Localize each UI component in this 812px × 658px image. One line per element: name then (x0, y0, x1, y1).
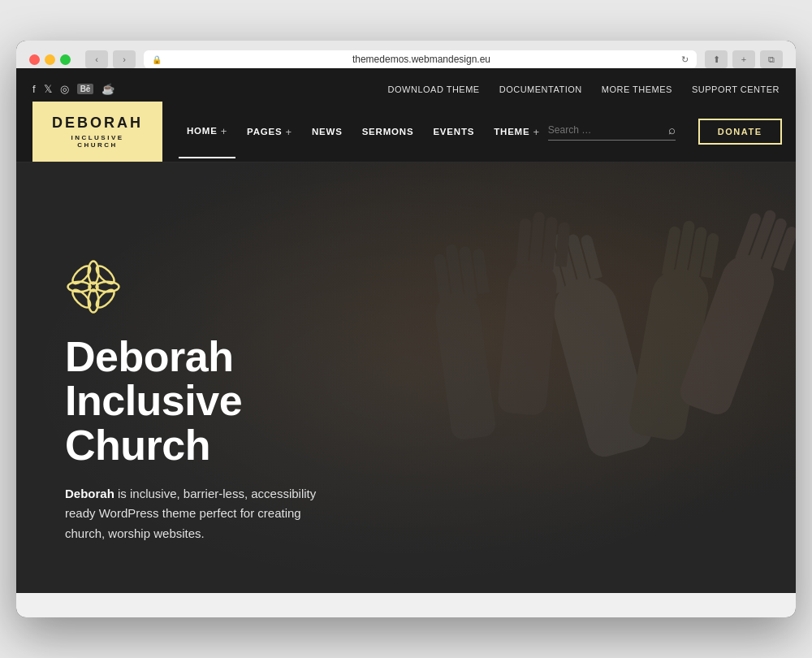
nav-news[interactable]: NEWS (304, 107, 351, 156)
new-tab-button[interactable]: + (732, 50, 755, 68)
download-theme-link[interactable]: DOWNLOAD THEME (388, 84, 480, 94)
coffee-icon[interactable]: ☕ (102, 83, 114, 95)
browser-bottom (16, 593, 796, 617)
nav-home-plus: + (221, 125, 227, 137)
twitter-icon[interactable]: 𝕏 (44, 83, 52, 95)
browser-titlebar: ‹ › 🔒 themedemos.webmandesign.eu ↻ ⬆ + ⧉ (29, 50, 783, 68)
nav-links: HOME + PAGES + NEWS SERMONS EVENTS THEME… (179, 106, 548, 158)
nav-events[interactable]: EVENTS (425, 107, 482, 156)
close-button[interactable] (29, 54, 40, 65)
top-bar: f 𝕏 ◎ Bē ☕ DOWNLOAD THEME DOCUMENTATION … (16, 76, 796, 102)
nav-home[interactable]: HOME + (179, 106, 235, 158)
hero-description: Deborah is inclusive, barrier-less, acce… (65, 484, 341, 544)
hero-title: Deborah Inclusive Church (65, 335, 341, 468)
nav-search: ⌕ DONATE (548, 119, 782, 145)
support-center-link[interactable]: SUPPORT CENTER (692, 84, 780, 94)
nav-pages-plus: + (286, 126, 292, 138)
flower-svg (65, 258, 122, 315)
hero-content: Deborah Inclusive Church Deborah is incl… (16, 258, 390, 593)
address-bar[interactable]: 🔒 themedemos.webmandesign.eu ↻ (144, 50, 697, 68)
search-input[interactable] (548, 124, 662, 136)
url-text: themedemos.webmandesign.eu (166, 54, 676, 65)
social-icons: f 𝕏 ◎ Bē ☕ (32, 83, 114, 95)
browser-controls: ‹ › (85, 50, 136, 68)
search-icon[interactable]: ⌕ (668, 123, 676, 136)
main-nav: DEBORAH INCLUSIVE CHURCH HOME + PAGES + … (16, 102, 796, 162)
nav-pages[interactable]: PAGES + (239, 106, 300, 158)
church-flower-icon (65, 258, 341, 318)
nav-sermons[interactable]: SERMONS (354, 107, 422, 156)
logo[interactable]: DEBORAH INCLUSIVE CHURCH (32, 102, 162, 162)
lock-icon: 🔒 (152, 55, 162, 64)
maximize-button[interactable] (60, 54, 71, 65)
github-icon[interactable]: ◎ (60, 83, 69, 95)
donate-button[interactable]: DONATE (698, 119, 782, 145)
hero-title-line2: Inclusive Church (65, 377, 242, 469)
hero-desc-bold: Deborah (65, 487, 114, 500)
facebook-icon[interactable]: f (32, 83, 36, 95)
tabs-button[interactable]: ⧉ (760, 50, 783, 68)
nav-theme[interactable]: THEME + (486, 106, 548, 158)
hero-title-line1: Deborah (65, 333, 233, 380)
minimize-button[interactable] (45, 54, 55, 65)
reload-button[interactable]: ↻ (681, 54, 689, 65)
traffic-lights (29, 54, 71, 65)
nav-theme-plus: + (533, 126, 539, 138)
forward-button[interactable]: › (113, 50, 136, 68)
more-themes-link[interactable]: MORE THEMES (602, 84, 672, 94)
top-nav: DOWNLOAD THEME DOCUMENTATION MORE THEMES… (388, 84, 780, 94)
logo-name: DEBORAH (52, 115, 143, 132)
browser-actions: ⬆ + ⧉ (705, 50, 783, 68)
back-button[interactable]: ‹ (85, 50, 108, 68)
documentation-link[interactable]: DOCUMENTATION (499, 84, 582, 94)
behance-icon[interactable]: Bē (77, 84, 94, 94)
share-button[interactable]: ⬆ (705, 50, 728, 68)
browser-window: ‹ › 🔒 themedemos.webmandesign.eu ↻ ⬆ + ⧉… (16, 41, 796, 617)
browser-chrome: ‹ › 🔒 themedemos.webmandesign.eu ↻ ⬆ + ⧉ (16, 41, 796, 68)
hero-section: Deborah Inclusive Church Deborah is incl… (16, 162, 796, 593)
logo-subtitle: INCLUSIVE CHURCH (50, 134, 145, 149)
search-wrap: ⌕ (548, 123, 676, 141)
